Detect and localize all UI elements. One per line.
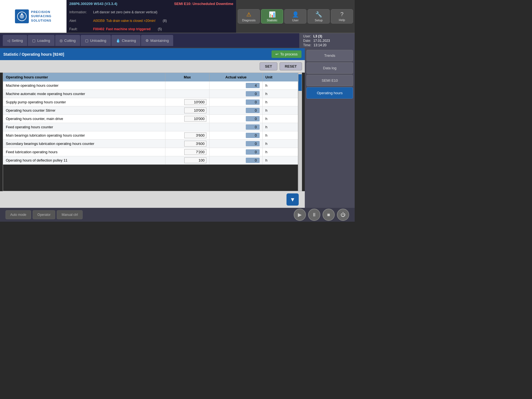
row-max-1 [165, 90, 209, 98]
row-max-3[interactable] [165, 106, 209, 115]
version-info: 288P6.300209 WS43 (V3.3.4) [69, 2, 117, 6]
row-actual-1: 0 [209, 90, 263, 98]
tab-label-loading: Loading [37, 39, 50, 43]
row-max-4[interactable] [165, 115, 209, 123]
bottom-controls: ▼ [0, 191, 305, 208]
tab-label-cleaning: Cleaning [122, 39, 136, 43]
alert-text: Tub drain valve is closed >20min! [106, 19, 155, 23]
cutting-icon: ◎ [60, 39, 63, 43]
max-input-6[interactable] [184, 132, 206, 138]
user-icon: 👤 [292, 11, 299, 18]
max-input-7[interactable] [184, 141, 206, 147]
max-input-2[interactable] [184, 99, 206, 105]
nav-btn-statistic[interactable]: 📊 Statistic [261, 9, 283, 24]
row-name-0: Machine operating hours counter [3, 81, 165, 90]
row-unit-2: h [262, 98, 298, 106]
right-sidebar: Trends Data log SEMI E10 Operating hours [305, 48, 355, 208]
row-actual-6: 0 [209, 131, 263, 140]
row-max-6[interactable] [165, 131, 209, 140]
tab-cutting[interactable]: ◎ Cutting [55, 35, 80, 46]
info-area: 288P6.300209 WS43 (V3.3.4) SEMI E10: Uns… [66, 0, 236, 33]
set-button[interactable]: SET [260, 62, 277, 70]
tab-label-unloading: Unloading [90, 39, 106, 43]
row-name-9: Operating hours of deflection pulley 11 [3, 156, 165, 165]
fault-label: Fault: [69, 27, 91, 31]
row-max-8[interactable] [165, 148, 209, 156]
tab-label-maintaining: Maintaining [150, 39, 169, 43]
sidebar-btn-operating-hours[interactable]: Operating hours [306, 87, 353, 99]
max-input-3[interactable] [184, 108, 206, 113]
to-process-button[interactable]: ↩ To process [272, 50, 301, 58]
nav-label-help: Help [339, 18, 345, 22]
semi-status: SEMI E10: Unscheduled Downtime [174, 2, 233, 6]
logo-text-line3: SOLUTIONS [31, 19, 52, 23]
col-header-unit: Unit [262, 73, 298, 81]
row-actual-4: 0 [209, 115, 263, 123]
max-input-9[interactable] [184, 157, 206, 163]
tab-maintaining[interactable]: ⚙ Maintaining [141, 35, 173, 46]
reset-button[interactable]: RESET [280, 62, 302, 70]
stop-button[interactable]: ■ [323, 209, 335, 221]
tab-loading[interactable]: ▢ Loading [28, 35, 54, 46]
row-unit-3: h [262, 106, 298, 115]
sidebar-btn-semie10[interactable]: SEMI E10 [306, 75, 353, 86]
tab-setting[interactable]: ◁ Setting [3, 35, 27, 46]
row-unit-9: h [262, 156, 298, 165]
tab-cleaning[interactable]: 💧 Cleaning [111, 35, 140, 46]
auto-mode-button[interactable]: Auto mode [6, 210, 31, 219]
time-value: 13:14:20 [314, 43, 327, 47]
nav-btn-diagnosis[interactable]: ⚠ Diagnosis [238, 9, 260, 24]
help-icon: ? [340, 11, 343, 17]
max-input-4[interactable] [184, 116, 206, 122]
row-name-8: Feed lubrication operating hours [3, 148, 165, 156]
pause-button[interactable]: ⏸ [308, 209, 320, 221]
row-max-2[interactable] [165, 98, 209, 106]
table-row: Operating hours counter, main drive0h [3, 115, 298, 123]
alert-count: (8) [163, 19, 167, 23]
row-actual-2: 0 [209, 98, 263, 106]
nav-btn-user[interactable]: 👤 User [284, 9, 306, 24]
nav-label-user: User [292, 19, 298, 22]
row-max-0 [165, 81, 209, 90]
row-actual-5: 0 [209, 123, 263, 131]
row-unit-7: h [262, 140, 298, 148]
row-actual-8: 0 [209, 148, 263, 156]
tab-unloading[interactable]: ▢ Unloading [81, 35, 111, 46]
table-row: Main bearings lubrication operating hour… [3, 131, 298, 140]
maintaining-icon: ⚙ [145, 39, 149, 43]
sidebar-btn-trends[interactable]: Trends [306, 50, 353, 61]
table-row: Feed operating hours counter0h [3, 123, 298, 131]
svg-point-2 [21, 13, 23, 15]
sidebar-btn-datalog[interactable]: Data log [306, 62, 353, 74]
row-max-7[interactable] [165, 140, 209, 148]
row-actual-3: 0 [209, 106, 263, 115]
nav-btn-help[interactable]: ? Help [331, 9, 353, 24]
power-button[interactable]: ⏻ [337, 209, 349, 221]
operator-button[interactable]: Operator [33, 210, 55, 219]
tab-label-setting: Setting [12, 39, 23, 43]
logo-area: PRECISION SURFACING SOLUTIONS [0, 0, 66, 33]
logo-text-line2: SURFACING [31, 14, 52, 18]
to-process-label: To process [280, 52, 298, 56]
table-row: Supply pump operating hours counter0h [3, 98, 298, 106]
row-name-7: Secondary bearings lubrication operating… [3, 140, 165, 148]
alert-code: A00359 [93, 19, 104, 23]
unloading-icon: ▢ [85, 39, 88, 43]
play-button[interactable]: ▶ [294, 209, 306, 221]
diagnosis-icon: ⚠ [246, 11, 251, 18]
row-actual-7: 0 [209, 140, 263, 148]
cleaning-icon: 💧 [116, 39, 120, 43]
max-input-8[interactable] [184, 149, 206, 155]
row-unit-0: h [262, 81, 298, 90]
statistic-icon: 📊 [269, 11, 276, 18]
breadcrumb-bar: Statistic / Operating hours [9240] ↩ To … [0, 48, 305, 60]
nav-btn-setup[interactable]: 🔧 Setup [308, 9, 330, 24]
row-max-9[interactable] [165, 156, 209, 165]
breadcrumb: Statistic / Operating hours [9240] [3, 52, 64, 57]
row-name-5: Feed operating hours counter [3, 123, 165, 131]
manual-ctrl-button[interactable]: Manual ctrl [57, 210, 83, 219]
logo-text-line1: PRECISION [31, 10, 52, 14]
col-header-max: Max [165, 73, 209, 81]
row-actual-9: 0 [209, 156, 263, 165]
scroll-down-button[interactable]: ▼ [287, 193, 299, 206]
